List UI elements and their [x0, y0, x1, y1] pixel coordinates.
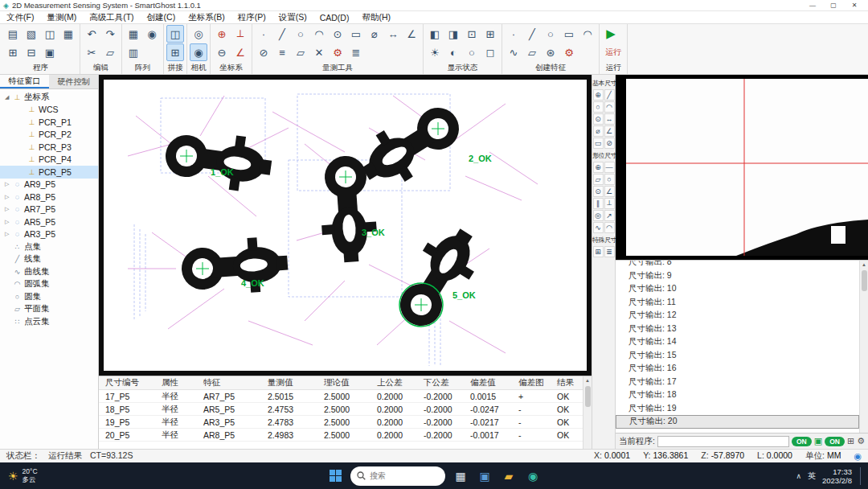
tree-item[interactable]: ◢ ⊥ 坐标系 — [0, 91, 98, 104]
table-column-header[interactable]: 结果 — [551, 376, 583, 389]
smartghost-app-icon[interactable]: ▣ — [474, 466, 495, 487]
arc-dim-icon[interactable]: ◠ — [604, 101, 615, 113]
straightness-icon[interactable]: — — [604, 162, 615, 173]
dim-list-scrollbar[interactable]: ▲ — [859, 261, 868, 433]
dim-output-item[interactable]: 尺寸输出: 19 — [616, 402, 859, 416]
edge-browser-icon[interactable]: ◉ — [522, 466, 543, 487]
create-cloud-icon[interactable]: ⊛ — [542, 43, 559, 61]
expand-arrow-icon[interactable]: ▷ — [5, 194, 12, 200]
tree-item[interactable]: ◠ 圆弧集 — [0, 278, 98, 291]
tree-item[interactable]: ╱ 线集 — [0, 253, 98, 266]
export-program-icon[interactable]: ⊟ — [23, 43, 40, 61]
menu-item[interactable]: 创建(C) — [141, 12, 182, 23]
menu-item[interactable]: 量测(M) — [40, 12, 83, 23]
file-explorer-icon[interactable]: ▰ — [498, 466, 519, 487]
maximize-button[interactable]: ▢ — [823, 0, 844, 10]
new-program-icon[interactable]: ▤ — [4, 25, 22, 43]
tree-item[interactable]: ▱ 平面集 — [0, 303, 98, 316]
table-column-header[interactable]: 偏差值 — [464, 376, 512, 389]
expand-arrow-icon[interactable]: ▷ — [5, 231, 12, 237]
flatness-icon[interactable]: ▱ — [593, 174, 604, 185]
menu-item[interactable]: 帮助(H) — [355, 12, 397, 23]
dim-output-item[interactable]: 尺寸输出: 15 — [616, 349, 859, 363]
show-label-icon[interactable]: ◨ — [444, 25, 462, 43]
left-panel-tab[interactable]: 特征窗口 — [0, 75, 49, 88]
create-line-icon[interactable]: ╱ — [523, 25, 541, 43]
taskbar-search[interactable] — [350, 466, 445, 486]
toggle-on-1[interactable]: ON — [792, 437, 812, 446]
menu-item[interactable]: 文件(F) — [0, 12, 40, 23]
dim-output-item[interactable]: 尺寸输出: 12 — [616, 309, 859, 323]
rect-dim-icon[interactable]: ▭ — [593, 138, 604, 149]
clock[interactable]: 17:33 2023/2/8 — [822, 467, 852, 485]
edit-array-icon[interactable]: ▥ — [125, 43, 142, 61]
rect-array-icon[interactable]: ▦ — [125, 25, 142, 43]
save-as-program-icon[interactable]: ▦ — [59, 25, 77, 43]
special-dim-icon[interactable]: ⊞ — [593, 246, 604, 257]
tree-item[interactable]: ⊥ PCR_P4 — [0, 154, 98, 166]
tree-item[interactable]: ▷ ◌ AR3_P5 — [0, 228, 98, 241]
task-view-icon[interactable]: ▦ — [450, 466, 471, 487]
menu-item[interactable]: 程序(P) — [231, 12, 272, 23]
monitor-icon[interactable]: ▣ — [814, 436, 822, 446]
scroll-up-icon[interactable]: ▲ — [862, 261, 866, 269]
measure-intersect-icon[interactable]: ✕ — [310, 43, 328, 61]
current-program-input[interactable] — [657, 436, 789, 447]
tree-item[interactable]: ▷ ◌ AR8_P5 — [0, 191, 98, 203]
measure-angle-icon[interactable]: ∠ — [403, 25, 420, 43]
menu-item[interactable]: CAD(D) — [313, 13, 356, 23]
tree-item[interactable]: ∷ 点云集 — [0, 315, 98, 328]
table-column-header[interactable]: 偏差图 — [512, 376, 551, 389]
cad-canvas[interactable]: 1_OK 2_OK 3_OK 4_OK 5_OK — [99, 75, 592, 376]
create-arc-icon[interactable]: ◠ — [579, 25, 596, 43]
measure-rect-icon[interactable]: ▭ — [347, 25, 365, 43]
tree-item[interactable]: ▷ ◌ AR9_P5 — [0, 179, 98, 191]
scroll-up-icon[interactable]: ▲ — [585, 376, 590, 384]
measure-slot-icon[interactable]: ⊘ — [255, 43, 272, 61]
table-row[interactable]: 20_P5 半径 AR8_P5 2.4983 2.5000 0.2000 -0.… — [99, 429, 583, 442]
table-row[interactable]: 17_P5 半径 AR7_P5 2.5015 2.5000 0.2000 -0.… — [99, 390, 583, 403]
tree-item[interactable]: ⊥ PCR_P1 — [0, 116, 98, 129]
show-axes-icon[interactable]: ⊞ — [481, 25, 499, 43]
tree-item[interactable]: ⊥ WCS — [0, 104, 98, 117]
table-column-header[interactable]: 理论值 — [317, 376, 371, 389]
save-program-icon[interactable]: ◫ — [41, 25, 59, 43]
dim-output-item[interactable]: 尺寸输出: 14 — [616, 335, 859, 349]
program-list-icon[interactable]: ▣ — [41, 43, 59, 61]
circle-dim-icon[interactable]: ○ — [593, 101, 604, 113]
measure-ellipse-icon[interactable]: ⊙ — [329, 25, 346, 43]
show-grid-icon[interactable]: ⊡ — [463, 25, 481, 43]
measure-distance-icon[interactable]: ↔ — [384, 25, 402, 43]
tree-item[interactable]: ∿ 曲线集 — [0, 265, 98, 278]
parallelism-icon[interactable]: ∥ — [593, 198, 604, 209]
grid-icon[interactable]: ⊞ — [847, 436, 854, 446]
brightness-icon[interactable]: ☀ — [426, 43, 444, 61]
measure-arc-icon[interactable]: ◠ — [310, 25, 328, 43]
dim-output-item[interactable]: 尺寸输出: 11 — [616, 296, 859, 310]
table-column-header[interactable]: 尺寸编号 — [99, 376, 155, 389]
toggle-on-2[interactable]: ON — [825, 437, 845, 446]
redo-icon[interactable]: ↷ — [101, 25, 119, 43]
camera-live-icon[interactable]: ◉ — [190, 43, 207, 61]
table-column-header[interactable]: 特征 — [197, 376, 261, 389]
create-curve-icon[interactable]: ∿ — [505, 43, 522, 61]
expand-arrow-icon[interactable]: ▷ — [5, 219, 12, 225]
run-text-icon[interactable]: 运行 — [602, 43, 624, 61]
measure-diameter-icon[interactable]: ⌀ — [366, 25, 383, 43]
close-button[interactable]: ✕ — [844, 0, 865, 10]
settings-icon[interactable]: ⚙ — [857, 436, 865, 446]
cut-icon[interactable]: ✂ — [83, 43, 100, 61]
cad-viewport[interactable]: 1_OK 2_OK 3_OK 4_OK 5_OK — [104, 80, 587, 371]
feature-settings-icon[interactable]: ⚙ — [560, 43, 578, 61]
zoom-region-icon[interactable]: ◻ — [481, 43, 499, 61]
stitch-config-icon[interactable]: ⊞ — [166, 43, 184, 61]
tree-item[interactable]: ⊥ PCR_P5 — [0, 166, 98, 179]
dim-output-item[interactable]: 尺寸输出: 13 — [616, 323, 859, 336]
weather-widget[interactable]: ☀ 20°C 多云 — [0, 468, 46, 483]
menu-item[interactable]: 设置(S) — [272, 12, 313, 23]
tree-item[interactable]: ∴ 点集 — [0, 240, 98, 253]
menu-item[interactable]: 高级工具(T) — [83, 12, 140, 23]
measure-line-icon[interactable]: ╱ — [273, 25, 291, 43]
angularity-icon[interactable]: ∠ — [604, 186, 615, 197]
table-row[interactable]: 19_P5 半径 AR3_P5 2.4783 2.5000 0.2000 -0.… — [99, 416, 583, 429]
